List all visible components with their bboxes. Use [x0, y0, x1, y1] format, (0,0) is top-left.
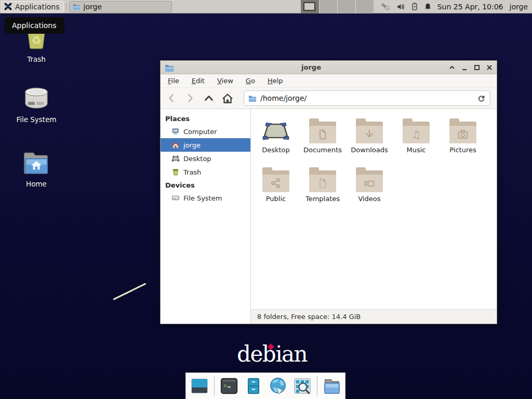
- panel-clock[interactable]: Sun 25 Apr, 10:06: [437, 3, 503, 11]
- toolbar: /home/jorge/: [161, 88, 497, 109]
- sidebar-item-file-system[interactable]: File System: [161, 191, 250, 205]
- sidebar-item-computer[interactable]: Computer: [161, 125, 250, 138]
- templates-glyph: [316, 177, 329, 190]
- panel-username[interactable]: jorge: [510, 3, 528, 11]
- taskbar-window-label: jorge: [84, 3, 102, 11]
- file-item-templates[interactable]: Templates: [299, 165, 346, 207]
- svg-text:♻: ♻: [32, 34, 42, 47]
- documents-glyph: [316, 128, 329, 141]
- menu-go[interactable]: Go: [246, 77, 255, 85]
- file-item-music[interactable]: ♫ Music: [393, 116, 440, 158]
- web-browser-launcher[interactable]: [268, 376, 288, 396]
- file-item-downloads[interactable]: Downloads: [346, 116, 393, 158]
- terminal-launcher[interactable]: >: [219, 376, 239, 396]
- volume-icon[interactable]: [396, 2, 406, 11]
- applications-menu-button[interactable]: Applications: [1, 1, 64, 12]
- wallpaper-line-artifact: [113, 283, 146, 300]
- sidebar-item-label: jorge: [183, 141, 201, 149]
- applications-tooltip: Applications: [4, 17, 64, 34]
- notifications-bell-icon[interactable]: [423, 2, 432, 11]
- sidebar-item-trash[interactable]: Trash: [161, 165, 250, 179]
- desktop-icon-label: Home: [26, 180, 47, 188]
- shade-button[interactable]: [448, 64, 455, 71]
- application-finder-launcher[interactable]: [292, 376, 312, 396]
- svg-text:♫: ♫: [411, 128, 421, 141]
- reload-icon[interactable]: [477, 94, 486, 103]
- workspace-2[interactable]: [319, 0, 337, 14]
- file-item-public[interactable]: Public: [252, 165, 299, 207]
- window-titlebar[interactable]: jorge: [161, 61, 497, 74]
- file-label: Videos: [358, 195, 380, 203]
- sidebar: Places Computer jorge: [161, 109, 251, 324]
- workspace-1[interactable]: [301, 0, 319, 14]
- file-item-pictures[interactable]: Pictures: [440, 116, 486, 158]
- sidebar-item-desktop[interactable]: Desktop: [161, 152, 250, 165]
- system-tray: [380, 2, 432, 12]
- sidebar-header-places: Places: [161, 112, 250, 125]
- file-label: Desktop: [262, 146, 290, 154]
- music-glyph: ♫: [410, 128, 422, 141]
- trash-icon: [171, 168, 180, 176]
- sidebar-item-label: Trash: [183, 168, 201, 176]
- sidebar-item-label: Desktop: [183, 155, 211, 163]
- menu-edit[interactable]: Edit: [192, 77, 205, 85]
- file-label: Downloads: [351, 146, 388, 154]
- window-title: jorge: [174, 63, 448, 71]
- desktop-icon-file-system[interactable]: File System: [7, 85, 65, 124]
- location-bar[interactable]: /home/jorge/: [244, 90, 490, 106]
- public-glyph: [270, 177, 282, 190]
- workspace-4[interactable]: [355, 0, 374, 14]
- show-desktop-button[interactable]: [190, 376, 209, 396]
- battery-charging-icon[interactable]: [410, 2, 419, 11]
- menu-view[interactable]: View: [217, 77, 233, 85]
- desktop-icon-label: File System: [16, 115, 56, 124]
- desktop-icon: [171, 154, 180, 163]
- file-item-documents[interactable]: Documents: [299, 116, 346, 158]
- application-finder-icon: [292, 377, 312, 395]
- desktop-folder-icon: [261, 119, 290, 143]
- forward-button[interactable]: [184, 92, 196, 104]
- location-folder-icon: [248, 95, 257, 102]
- taskbar-window-button[interactable]: jorge: [69, 1, 172, 12]
- sidebar-item-jorge[interactable]: jorge: [161, 138, 250, 152]
- workspace-switcher[interactable]: [301, 0, 374, 14]
- close-button[interactable]: [486, 64, 493, 71]
- workspace-3[interactable]: [337, 0, 355, 14]
- file-label: Templates: [305, 195, 340, 203]
- web-browser-globe-icon: [268, 376, 288, 396]
- location-path[interactable]: /home/jorge/: [260, 94, 473, 102]
- file-item-videos[interactable]: Videos: [346, 165, 393, 207]
- directory-menu-launcher[interactable]: [322, 376, 342, 396]
- maximize-button[interactable]: [473, 64, 480, 71]
- dock-separator: [214, 376, 215, 396]
- menu-help[interactable]: Help: [268, 77, 283, 85]
- applications-menu-label: Applications: [15, 3, 60, 11]
- file-label: Music: [407, 146, 426, 154]
- show-desktop-icon: [190, 377, 209, 395]
- menubar: File Edit View Go Help: [161, 74, 497, 88]
- window-folder-icon: [73, 3, 81, 10]
- top-panel: Applications jorge: [0, 0, 532, 14]
- statusbar: 8 folders, Free space: 14.4 GiB: [251, 309, 497, 324]
- file-manager-launcher[interactable]: [244, 376, 263, 396]
- file-item-desktop[interactable]: Desktop: [252, 116, 299, 158]
- sidebar-item-label: Computer: [183, 128, 217, 136]
- dock-separator: [317, 376, 317, 396]
- svg-text:>: >: [223, 382, 227, 389]
- minimize-button[interactable]: [461, 64, 468, 71]
- desktop-icon-label: Trash: [27, 55, 46, 63]
- back-button[interactable]: [166, 92, 177, 104]
- home-icon: [171, 141, 180, 149]
- workspace-window-preview: [303, 2, 315, 11]
- home-button[interactable]: [222, 92, 233, 104]
- desktop-icon-home[interactable]: Home: [7, 150, 65, 188]
- menu-file[interactable]: File: [168, 77, 179, 85]
- videos-glyph: [363, 177, 376, 190]
- panel-separator-handle: [65, 4, 68, 9]
- network-plug-icon[interactable]: [380, 2, 391, 12]
- up-button[interactable]: [203, 92, 215, 104]
- file-cabinet-icon: [245, 376, 262, 396]
- file-label: Public: [266, 195, 286, 203]
- sidebar-item-label: File System: [183, 194, 222, 202]
- sidebar-header-devices: Devices: [161, 179, 250, 191]
